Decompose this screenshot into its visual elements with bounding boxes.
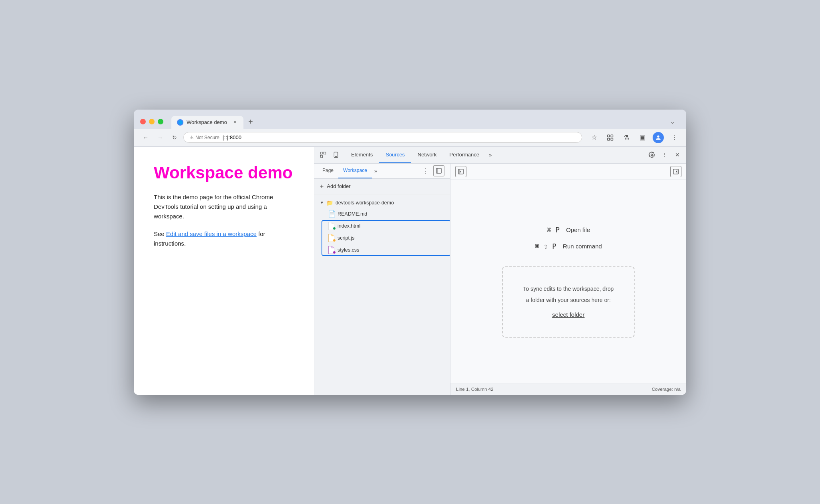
device-icon[interactable] xyxy=(330,149,342,160)
tab-performance[interactable]: Performance xyxy=(443,147,486,163)
tab-elements[interactable]: Elements xyxy=(345,147,379,163)
svg-rect-11 xyxy=(673,169,678,174)
file-index-html[interactable]: index.html xyxy=(322,220,450,232)
devtools-icons xyxy=(318,149,342,160)
subtab-workspace[interactable]: Workspace xyxy=(338,164,372,178)
forward-button[interactable]: → xyxy=(155,132,166,143)
address-input[interactable]: ⚠ Not Secure [::]:8000 xyxy=(183,132,582,143)
purple-dot xyxy=(333,251,336,254)
file-styles-css[interactable]: styles.css xyxy=(322,244,450,256)
browser-window: 🌐 Workspace demo ✕ + ⌄ ← → ↻ ⚠ Not Secur… xyxy=(134,110,686,395)
page-link-text: See Edit and save files in a workspace f… xyxy=(154,229,294,248)
svg-rect-9 xyxy=(458,169,463,174)
browser-tab-active[interactable]: 🌐 Workspace demo ✕ xyxy=(171,116,243,129)
inspect-icon[interactable] xyxy=(318,149,329,160)
tab-expand-button[interactable]: ⌄ xyxy=(665,114,680,128)
split-icon[interactable]: ▣ xyxy=(637,132,648,143)
page-description: This is the demo page for the official C… xyxy=(154,192,294,221)
green-dot xyxy=(333,227,336,230)
file-readme[interactable]: 📄 README.md xyxy=(322,208,450,220)
subtabs: Page Workspace » ⋮ xyxy=(314,164,450,179)
extensions-icon[interactable] xyxy=(605,132,616,143)
select-folder-link[interactable]: select folder xyxy=(552,311,585,318)
tab-sources[interactable]: Sources xyxy=(379,147,411,163)
file-panel: Page Workspace » ⋮ xyxy=(314,164,450,395)
reload-button[interactable]: ↻ xyxy=(169,132,180,143)
devtools-actions: ⋮ ✕ xyxy=(646,149,683,160)
more-menu-icon[interactable]: ⋮ xyxy=(669,132,680,143)
shortcut2-keys: ⌘ ⇧ P xyxy=(535,242,557,250)
subtab-more-button[interactable]: » xyxy=(372,164,380,178)
tab-network[interactable]: Network xyxy=(411,147,443,163)
minimize-button[interactable] xyxy=(149,119,155,124)
shortcut-open-file: ⌘ P Open file xyxy=(547,226,590,234)
sidebar-toggle-button[interactable] xyxy=(431,164,447,178)
file-styles-name: styles.css xyxy=(338,247,359,253)
folder-name: devtools-workspace-demo xyxy=(336,200,394,206)
file-readme-name: README.md xyxy=(338,211,367,217)
devtools-panel: Elements Sources Network Performance » xyxy=(314,147,686,395)
tab-favicon: 🌐 xyxy=(177,119,183,126)
toolbar-icons: ☆ ⚗ ▣ ⋮ xyxy=(589,132,680,143)
folder-icon: 📁 xyxy=(326,200,333,206)
shortcut1-keys: ⌘ P xyxy=(547,226,560,234)
plus-icon: + xyxy=(320,183,324,190)
back-button[interactable]: ← xyxy=(140,132,151,143)
bookmark-icon[interactable]: ☆ xyxy=(589,132,600,143)
traffic-lights xyxy=(140,119,163,124)
more-options-icon[interactable]: ⋮ xyxy=(659,149,670,160)
tab-more-button[interactable]: » xyxy=(486,147,495,163)
file-icon-css xyxy=(328,246,335,254)
shortcut-run-command: ⌘ ⇧ P Run command xyxy=(535,242,602,250)
maximize-button[interactable] xyxy=(158,119,163,124)
svg-rect-2 xyxy=(607,138,609,140)
page-title: Workspace demo xyxy=(154,163,294,183)
workspace-link[interactable]: Edit and save files in a workspace xyxy=(166,230,257,237)
svg-rect-7 xyxy=(436,168,441,173)
tab-title: Workspace demo xyxy=(187,119,228,125)
devtools-topbar: Elements Sources Network Performance » xyxy=(314,147,686,164)
devtools-tabs: Elements Sources Network Performance » xyxy=(345,147,646,163)
statusbar-coverage: Coverage: n/a xyxy=(652,387,681,392)
not-secure-indicator: ⚠ Not Secure xyxy=(189,135,219,140)
new-tab-button[interactable]: + xyxy=(243,114,258,129)
folder-item[interactable]: ▼ 📁 devtools-workspace-demo xyxy=(314,198,450,208)
file-tree: ▼ 📁 devtools-workspace-demo 📄 README.md xyxy=(314,194,450,395)
shortcut1-label: Open file xyxy=(566,226,590,233)
svg-rect-0 xyxy=(607,135,609,137)
dropzone-text1: To sync edits to the workspace, drop xyxy=(523,283,613,294)
subtab-menu-button[interactable]: ⋮ xyxy=(420,164,431,178)
file-icon-readme: 📄 xyxy=(328,210,335,218)
subtab-page[interactable]: Page xyxy=(318,164,338,178)
drop-zone[interactable]: To sync edits to the workspace, drop a f… xyxy=(502,266,634,338)
close-button[interactable] xyxy=(140,119,146,124)
editor-statusbar: Line 1, Column 42 Coverage: n/a xyxy=(450,384,686,395)
address-url: [::]:8000 xyxy=(223,134,241,140)
tab-bar: 🌐 Workspace demo ✕ + xyxy=(171,114,660,129)
tree-files: 📄 README.md xyxy=(322,208,450,256)
file-script-js[interactable]: script.js xyxy=(322,232,450,244)
editor-main: ⌘ P Open file ⌘ ⇧ P Run command To sync … xyxy=(450,180,686,384)
see-text: See xyxy=(154,230,166,237)
title-bar: 🌐 Workspace demo ✕ + ⌄ xyxy=(134,110,686,129)
collapse-right-icon[interactable] xyxy=(670,166,681,177)
file-icon-js xyxy=(328,234,335,242)
tab-close-button[interactable]: ✕ xyxy=(231,119,238,126)
address-bar: ← → ↻ ⚠ Not Secure [::]:8000 ☆ ⚗ ▣ xyxy=(134,129,686,147)
svg-point-6 xyxy=(651,154,653,156)
add-folder-label: Add folder xyxy=(327,183,350,189)
close-devtools-icon[interactable]: ✕ xyxy=(672,149,683,160)
main-content: Workspace demo This is the demo page for… xyxy=(134,147,686,395)
editor-panel: ⌘ P Open file ⌘ ⇧ P Run command To sync … xyxy=(450,164,686,395)
settings-icon[interactable] xyxy=(646,149,657,160)
file-index-name: index.html xyxy=(338,223,360,229)
shortcut2-label: Run command xyxy=(563,243,602,250)
not-secure-label: Not Secure xyxy=(195,135,219,140)
file-script-name: script.js xyxy=(338,235,354,241)
svg-rect-3 xyxy=(611,138,613,140)
collapse-left-icon[interactable] xyxy=(455,166,466,177)
add-folder-button[interactable]: + Add folder xyxy=(314,179,450,194)
flask-icon[interactable]: ⚗ xyxy=(621,132,632,143)
profile-icon[interactable] xyxy=(653,132,664,143)
sidebar-toggle-icon[interactable] xyxy=(433,165,444,176)
